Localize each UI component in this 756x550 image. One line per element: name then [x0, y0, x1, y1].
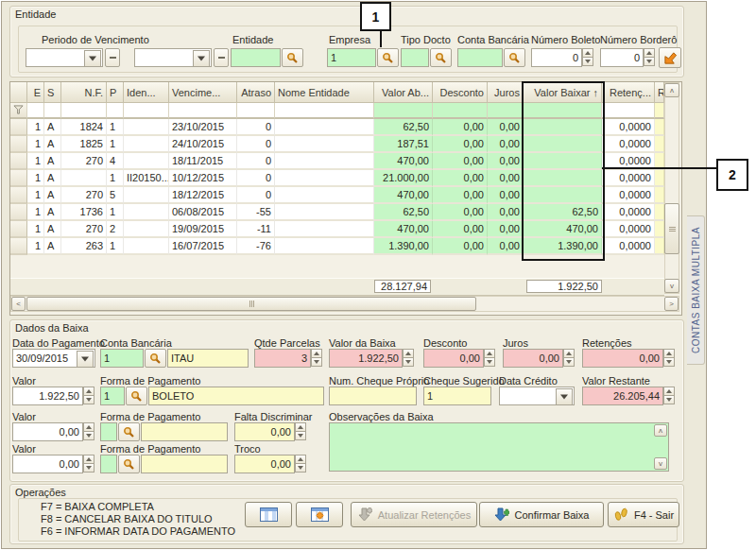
filter-cell[interactable]	[27, 103, 44, 119]
grid-vscroll-thumb[interactable]	[664, 203, 679, 254]
column-header-p[interactable]: P	[107, 82, 124, 103]
spin-down-icon[interactable]	[644, 57, 655, 66]
table-row[interactable]: 1A270518/12/20150470,000,000,000,0000	[10, 187, 664, 204]
grid-vscroll-down-button[interactable]: ᴠ	[664, 279, 679, 293]
conta-bancaria-search-button[interactable]	[504, 48, 525, 67]
chevron-down-icon[interactable]	[193, 50, 210, 67]
executar-filtro-button[interactable]	[659, 47, 681, 68]
empresa-input[interactable]: 1	[327, 48, 376, 67]
row-selector[interactable]	[10, 221, 27, 238]
spin-down-icon[interactable]	[295, 463, 306, 473]
row-selector[interactable]	[10, 187, 27, 204]
entidade-search-button[interactable]	[282, 48, 303, 67]
confirmar-baixa-button[interactable]: Confirmar Baixa	[479, 502, 604, 527]
qtde-parcelas-spinner[interactable]	[311, 349, 322, 368]
juros-input[interactable]: 0,00	[503, 349, 563, 368]
filter-cell[interactable]	[524, 103, 602, 119]
valor-baixa-input[interactable]: 1.922,50	[329, 349, 403, 368]
table-row[interactable]: 1A1824123/10/2015062,500,000,000,0000	[10, 119, 664, 136]
forma1-search-button[interactable]	[126, 387, 147, 405]
filter-cell[interactable]	[169, 103, 237, 119]
numero-bordero-spinner[interactable]	[644, 48, 655, 67]
table-row[interactable]: 1A1825124/10/20150187,510,000,000,0000	[10, 136, 664, 153]
empresa-search-button[interactable]	[377, 48, 399, 67]
num-cheque-input[interactable]	[329, 387, 417, 405]
column-header-desconto[interactable]: Desconto	[433, 82, 488, 103]
conta-bancaria-input[interactable]	[457, 48, 503, 67]
qtde-parcelas-input[interactable]: 3	[254, 349, 311, 368]
column-header-iden-[interactable]: Iden...	[124, 82, 169, 103]
row-selector[interactable]	[10, 153, 27, 170]
spin-down-icon[interactable]	[484, 357, 495, 367]
column-header-atraso[interactable]: Atraso	[237, 82, 275, 103]
filter-cell[interactable]	[488, 103, 524, 119]
filter-cell[interactable]	[374, 103, 433, 119]
tipo-docto-input[interactable]	[401, 48, 429, 67]
row-selector[interactable]	[10, 136, 27, 153]
retencoes-spinner[interactable]	[663, 349, 675, 368]
filter-cell[interactable]	[433, 103, 488, 119]
table-row[interactable]: 1A1736106/08/2015-5562,500,000,0062,500,…	[10, 204, 664, 221]
numero-bordero-input[interactable]: 0	[600, 48, 644, 67]
column-header-s[interactable]: S	[44, 82, 61, 103]
entidade-input[interactable]	[231, 48, 281, 67]
table-row[interactable]: 1A270418/11/20150470,000,000,000,0000	[10, 153, 664, 170]
numero-boleto-spinner[interactable]	[582, 48, 593, 67]
periodo-fim-combo[interactable]	[134, 48, 212, 67]
filter-cell[interactable]	[275, 103, 374, 119]
filter-cell[interactable]	[602, 103, 655, 119]
data-credito-combo[interactable]	[499, 387, 575, 405]
filter-cell[interactable]	[107, 103, 124, 119]
valor3-input[interactable]: 0,00	[12, 455, 83, 473]
grid-vscroll-track[interactable]	[664, 82, 679, 294]
column-header-e[interactable]: E	[27, 82, 44, 103]
column-header-re[interactable]: Re	[655, 82, 664, 103]
column-header-juros[interactable]: Juros	[488, 82, 524, 103]
chevron-down-icon[interactable]	[77, 351, 94, 368]
falta-discriminar-spinner[interactable]	[295, 422, 306, 441]
desconto-spinner[interactable]	[484, 349, 495, 368]
grid-hscroll-right-button[interactable]: >	[664, 297, 679, 311]
troco-spinner[interactable]	[295, 455, 306, 473]
data-pagamento-combo[interactable]: 30/09/2015	[12, 349, 95, 368]
spin-down-icon[interactable]	[295, 431, 306, 440]
row-selector[interactable]	[10, 170, 27, 187]
atualizar-retencoes-button[interactable]: Atualizar Retenções	[351, 502, 477, 527]
valor3-spinner[interactable]	[83, 455, 94, 473]
spin-down-icon[interactable]	[311, 357, 322, 367]
filter-cell[interactable]	[655, 103, 664, 119]
valor1-spinner[interactable]	[83, 387, 94, 405]
spin-down-icon[interactable]	[663, 357, 675, 367]
tipo-docto-search-button[interactable]	[430, 48, 452, 67]
filter-cell[interactable]	[44, 103, 61, 119]
grid-hscroll-left-button[interactable]: <	[11, 297, 26, 311]
row-selector[interactable]	[10, 204, 27, 221]
chevron-down-icon[interactable]	[556, 388, 573, 405]
valor2-spinner[interactable]	[83, 422, 94, 441]
desconto-input[interactable]: 0,00	[423, 349, 484, 368]
sair-button[interactable]: F4 - Sair	[608, 502, 679, 527]
filter-cell[interactable]	[237, 103, 275, 119]
table-row[interactable]: 1A1II20150...10/12/2015021.000,000,000,0…	[10, 170, 664, 187]
spin-down-icon[interactable]	[83, 395, 94, 404]
column-header-reten-[interactable]: Retenç...	[602, 82, 655, 103]
column-header-valor-baixar-[interactable]: Valor Baixar ↑	[524, 82, 602, 103]
periodo-fim-clear-button[interactable]	[214, 48, 229, 67]
valor-baixa-spinner[interactable]	[403, 349, 414, 368]
column-header-vencime-[interactable]: Vencime...	[169, 82, 237, 103]
periodo-inicio-clear-button[interactable]	[105, 48, 120, 67]
spin-down-icon[interactable]	[83, 463, 94, 473]
valor-restante-spinner[interactable]	[663, 387, 675, 405]
observacoes-scroll-down-button[interactable]: ᴠ	[654, 457, 667, 470]
spin-down-icon[interactable]	[663, 395, 675, 404]
filter-cell[interactable]	[124, 103, 169, 119]
column-header-selector[interactable]	[10, 82, 27, 103]
column-header-n-f-[interactable]: N.F.	[61, 82, 107, 103]
conta-bancaria-baixa-search-button[interactable]	[145, 349, 166, 368]
cheque-sugerido-input[interactable]: 1	[423, 387, 491, 405]
filter-row-button[interactable]	[10, 103, 27, 119]
column-header-valor-ab-[interactable]: Valor Ab...	[374, 82, 433, 103]
filter-cell[interactable]	[61, 103, 107, 119]
row-selector[interactable]	[10, 238, 27, 255]
conta-bancaria-codigo-input[interactable]: 1	[100, 349, 144, 368]
